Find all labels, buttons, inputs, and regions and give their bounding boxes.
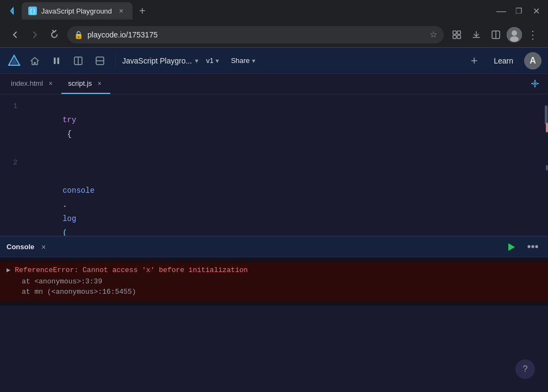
console-more-button[interactable]: •••: [524, 238, 541, 256]
error-block: ▶ ReferenceError: Cannot access 'x' befo…: [0, 262, 548, 301]
console-title: Console: [7, 243, 34, 251]
error-main: ▶ ReferenceError: Cannot access 'x' befo…: [7, 266, 539, 274]
window-minimize-button[interactable]: —: [494, 3, 509, 18]
tab-title: JavaScript Playground: [41, 7, 112, 15]
learn-button[interactable]: Learn: [487, 53, 520, 68]
editor-scrollbar: [543, 94, 548, 236]
layout2-button[interactable]: [91, 52, 109, 69]
console-header: Console × •••: [0, 237, 548, 257]
svg-rect-3: [453, 31, 456, 34]
error-message: ReferenceError: Cannot access 'x' before…: [15, 266, 248, 274]
address-bar: 🔒 playcode.io/1753175 ☆ ⋮: [0, 22, 548, 48]
download-button[interactable]: [468, 26, 485, 43]
project-name[interactable]: JavaScript Playgro... ▾: [122, 56, 198, 65]
profile-avatar[interactable]: [507, 27, 522, 42]
code-editor: 1 try { 2 console . log ( "The value of …: [0, 94, 548, 236]
svg-point-20: [534, 83, 536, 84]
error-indicator: [546, 123, 548, 132]
version-button[interactable]: v1 ▾: [203, 54, 222, 67]
svg-marker-0: [11, 8, 13, 14]
console-close-button[interactable]: ×: [39, 242, 48, 252]
back-button[interactable]: [7, 26, 24, 43]
line-indicator: [546, 165, 548, 170]
nav-controls: [7, 26, 63, 43]
svg-rect-6: [457, 35, 461, 39]
url-text: playcode.io/1753175: [87, 30, 425, 39]
share-button[interactable]: Share ▾: [226, 54, 260, 67]
project-name-text: JavaScript Playgro...: [122, 56, 192, 65]
app-toolbar: JavaScript Playgro... ▾ v1 ▾ Share ▾ + L…: [0, 48, 548, 74]
file-tab-html-close[interactable]: ×: [46, 79, 55, 88]
keyword-try: try: [62, 116, 76, 124]
new-tab-button[interactable]: +: [135, 3, 150, 18]
share-label: Share: [231, 56, 250, 65]
svg-rect-5: [453, 35, 456, 39]
file-tab-html[interactable]: index.html ×: [4, 74, 61, 94]
svg-point-10: [512, 30, 517, 36]
error-expand-arrow[interactable]: ▶: [7, 266, 10, 274]
file-tab-js-label: script.js: [68, 79, 92, 87]
log-method: log: [62, 214, 76, 223]
scroll-thumb: [545, 105, 547, 124]
more-menu-button[interactable]: ⋮: [524, 26, 541, 43]
svg-marker-21: [508, 243, 515, 251]
share-chevron: ▾: [252, 57, 255, 65]
layout1-button[interactable]: [70, 52, 87, 69]
window-maximize-button[interactable]: ❐: [511, 3, 526, 18]
console-panel: Console × ••• ▶ ReferenceError: Cannot a…: [0, 236, 548, 306]
file-tabs: index.html × script.js ×: [0, 74, 548, 94]
code-line-1: 1 try {: [0, 99, 548, 155]
line-num-1: 1: [0, 99, 26, 113]
line-num-2: 2: [0, 156, 26, 170]
window-close-button[interactable]: ✕: [528, 3, 544, 18]
address-field[interactable]: 🔒 playcode.io/1753175 ☆: [67, 26, 444, 43]
tab-back-button[interactable]: [4, 3, 20, 18]
line-content-2: console . log ( "The value of x is: " + …: [26, 155, 548, 236]
file-tab-js[interactable]: script.js ×: [61, 74, 110, 94]
error-stack: at <anonymous>:3:39 at mn (<anonymous>:1…: [7, 274, 539, 297]
refresh-button[interactable]: [46, 26, 63, 43]
toolbar-icons: ⋮: [448, 26, 541, 43]
home-button[interactable]: [26, 52, 43, 69]
version-label: v1: [206, 56, 213, 65]
bookmark-icon[interactable]: ☆: [430, 29, 437, 40]
toolbar-divider: [115, 54, 116, 67]
line-content-1: try {: [26, 99, 548, 155]
split-screen-button[interactable]: [487, 26, 505, 43]
svg-rect-4: [457, 31, 461, 34]
user-avatar[interactable]: A: [524, 52, 541, 69]
console-keyword: console: [62, 186, 95, 195]
svg-point-11: [510, 36, 519, 42]
pause-button[interactable]: [48, 52, 65, 69]
stack-line-1: at <anonymous>:3:39: [22, 276, 539, 287]
svg-text:{}: {}: [29, 8, 36, 14]
file-tab-js-close[interactable]: ×: [95, 79, 104, 88]
paren-open: (: [62, 229, 67, 236]
lock-icon: 🔒: [74, 30, 83, 39]
add-button[interactable]: +: [465, 52, 483, 69]
forward-button[interactable]: [26, 26, 43, 43]
project-name-chevron: ▾: [195, 57, 198, 65]
tab-close-button[interactable]: ×: [116, 6, 126, 16]
help-button[interactable]: ?: [515, 359, 535, 379]
svg-rect-15: [58, 58, 60, 64]
svg-rect-14: [54, 58, 56, 64]
active-tab[interactable]: {} JavaScript Playground ×: [22, 2, 133, 20]
code-line-2: 2 console . log ( "The value of x is: " …: [0, 155, 548, 236]
console-content: ▶ ReferenceError: Cannot access 'x' befo…: [0, 257, 548, 306]
console-run-button[interactable]: [502, 238, 520, 256]
extensions-button[interactable]: [448, 26, 465, 43]
stack-line-2: at mn (<anonymous>:16:5455): [22, 287, 539, 297]
brace-open: {: [62, 130, 72, 138]
version-chevron: ▾: [216, 57, 219, 65]
tab-bar: {} JavaScript Playground × + — ❐ ✕: [0, 0, 548, 22]
file-tab-html-label: index.html: [11, 79, 43, 87]
ai-sparkle-button[interactable]: [526, 75, 544, 93]
app-logo: [7, 53, 22, 68]
tab-favicon: {}: [28, 7, 37, 15]
